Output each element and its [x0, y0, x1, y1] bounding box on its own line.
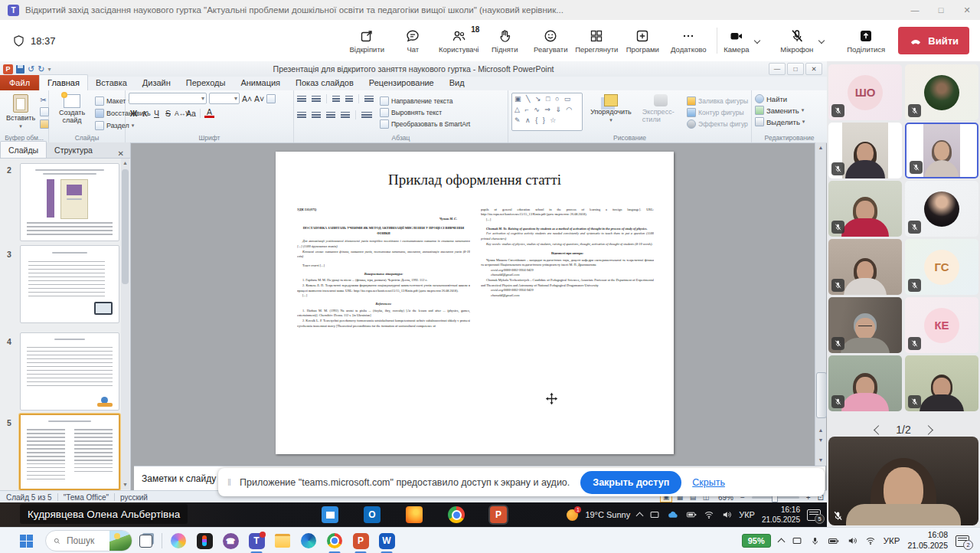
- slide-thumbnail-2[interactable]: [20, 163, 119, 241]
- participant-tile-video[interactable]: [828, 297, 902, 353]
- tab-transitions[interactable]: Переходы: [178, 75, 234, 90]
- battery-icon[interactable]: [686, 509, 697, 520]
- participant-tile-video[interactable]: [828, 239, 902, 295]
- increase-indent-icon[interactable]: [345, 96, 353, 102]
- maximize-icon[interactable]: □: [928, 5, 954, 15]
- tab-home[interactable]: Главная: [39, 74, 88, 90]
- camera-button[interactable]: Камера: [724, 28, 779, 54]
- change-case-button[interactable]: Aa: [186, 109, 196, 118]
- leave-button[interactable]: Вийти: [898, 27, 969, 54]
- battery-icon[interactable]: [828, 535, 839, 547]
- raise-hand-button[interactable]: Підняти: [482, 28, 527, 54]
- line-spacing-icon[interactable]: [364, 96, 374, 102]
- powerpoint-outer-taskbar-icon[interactable]: P: [351, 532, 370, 550]
- task-view-icon[interactable]: [136, 532, 155, 550]
- next-slide-icon[interactable]: ▼: [816, 436, 825, 445]
- search-input[interactable]: [65, 535, 109, 547]
- more-button[interactable]: Додатково: [666, 28, 710, 54]
- file-explorer-icon[interactable]: [273, 532, 292, 550]
- teams-taskbar-icon[interactable]: T: [247, 532, 266, 550]
- tab-slides-thumbnails[interactable]: Слайды: [0, 141, 47, 158]
- select-button[interactable]: Выделить▾: [755, 117, 824, 126]
- speaker-icon[interactable]: [847, 535, 858, 546]
- word-icon[interactable]: W: [377, 532, 396, 550]
- clear-format-icon[interactable]: [266, 94, 276, 103]
- wifi-icon[interactable]: [865, 535, 876, 546]
- weather-text[interactable]: 19°C Sunny: [585, 510, 630, 519]
- participant-tile-initials[interactable]: ГС: [905, 239, 978, 295]
- underline-button[interactable]: Ч: [152, 109, 162, 118]
- language-indicator[interactable]: русский: [120, 493, 148, 502]
- participant-tile-video[interactable]: [905, 355, 978, 411]
- minimize-icon[interactable]: —: [902, 5, 928, 15]
- font-size-combobox[interactable]: ▾: [209, 93, 240, 104]
- save-icon[interactable]: [16, 65, 24, 74]
- undo-icon[interactable]: ↺: [28, 65, 34, 74]
- align-right-icon[interactable]: [326, 112, 335, 118]
- panel-scrollbar[interactable]: ▲ ▼: [121, 159, 129, 489]
- mic-button[interactable]: Мікрофон: [780, 28, 840, 54]
- inner-clock[interactable]: 16:1621.05.2025: [762, 505, 800, 525]
- shape-effects-button[interactable]: Эффекты фигур: [687, 119, 748, 129]
- tab-design[interactable]: Дизайн: [135, 75, 178, 90]
- banner-grip-icon[interactable]: ‖: [227, 477, 232, 488]
- camera-options-chevron-icon[interactable]: [754, 38, 760, 44]
- notification-center-icon[interactable]: 2: [956, 535, 969, 547]
- panel-close-icon[interactable]: ✕: [112, 149, 130, 158]
- share-button[interactable]: Поділитися: [841, 28, 890, 54]
- page-next-icon[interactable]: [923, 425, 933, 435]
- tab-file[interactable]: Файл: [0, 75, 39, 90]
- viber-icon[interactable]: ☎: [221, 532, 240, 550]
- tray-expand-icon[interactable]: [777, 538, 785, 546]
- scroll-up-icon[interactable]: ▲: [816, 143, 825, 152]
- slide-thumbnail-5-selected[interactable]: [19, 414, 120, 490]
- columns-icon[interactable]: [361, 112, 372, 118]
- tab-view[interactable]: Вид: [442, 75, 472, 90]
- figma-icon[interactable]: [195, 532, 214, 550]
- store-icon[interactable]: [322, 506, 338, 523]
- chat-button[interactable]: Чат: [390, 28, 435, 54]
- react-button[interactable]: Реагувати: [528, 28, 573, 54]
- scrollbar-thumb[interactable]: [816, 372, 827, 418]
- shape-fill-button[interactable]: Заливка фигуры: [687, 97, 748, 106]
- participant-tile-video[interactable]: [828, 355, 902, 411]
- paste-button[interactable]: Вставить ▾: [3, 93, 38, 132]
- tray-expand-icon[interactable]: [636, 512, 644, 520]
- onedrive-icon[interactable]: [667, 510, 679, 519]
- unpin-button[interactable]: Відкріпити: [345, 28, 389, 54]
- tab-outline[interactable]: Структура: [47, 142, 100, 158]
- people-button[interactable]: 18 Користувачі: [436, 28, 481, 54]
- bullets-icon[interactable]: [297, 96, 306, 102]
- screen-cast-icon[interactable]: [792, 535, 802, 546]
- close-icon[interactable]: ✕: [954, 5, 980, 15]
- view-button[interactable]: Переглянути: [574, 28, 619, 54]
- slide-canvas[interactable]: Приклад оформлення статті УДК 531(075) Ч…: [276, 152, 674, 454]
- chrome-taskbar-icon[interactable]: [325, 532, 344, 550]
- participant-tile-initials[interactable]: ШО: [828, 64, 902, 120]
- participant-tile-photo[interactable]: [905, 64, 978, 120]
- shape-outline-button[interactable]: Контур фигуры: [687, 108, 748, 117]
- decrease-indent-icon[interactable]: [332, 96, 340, 102]
- slide-thumbnail-4[interactable]: [20, 332, 119, 411]
- tab-insert[interactable]: Вставка: [88, 75, 135, 90]
- shrink-font-icon[interactable]: A˅: [254, 94, 264, 103]
- align-left-icon[interactable]: [297, 112, 306, 118]
- participant-tile-video[interactable]: [828, 123, 902, 178]
- copy-icon[interactable]: [40, 107, 49, 116]
- find-button[interactable]: Найти: [755, 94, 824, 103]
- align-text-button[interactable]: Выровнять текст: [380, 108, 470, 117]
- italic-button[interactable]: К: [140, 110, 150, 118]
- mic-options-chevron-icon[interactable]: [818, 38, 825, 44]
- grow-font-icon[interactable]: A˄: [242, 94, 252, 103]
- powerpoint-taskbar-icon[interactable]: P: [490, 506, 507, 523]
- arrange-button[interactable]: Упорядочить ▾: [587, 93, 635, 132]
- participant-tile-active-speaker[interactable]: [905, 123, 978, 178]
- ppt-close-icon[interactable]: ✕: [805, 63, 822, 75]
- stop-sharing-button[interactable]: Закрыть доступ: [580, 471, 681, 494]
- clock[interactable]: 16:0821.05.2025: [907, 530, 948, 551]
- cut-icon[interactable]: ✂: [40, 96, 49, 104]
- font-color-button[interactable]: A: [204, 109, 214, 118]
- outlook-icon[interactable]: O: [364, 506, 381, 523]
- strikethrough-button[interactable]: S: [163, 109, 173, 118]
- taskbar-search[interactable]: [45, 530, 132, 551]
